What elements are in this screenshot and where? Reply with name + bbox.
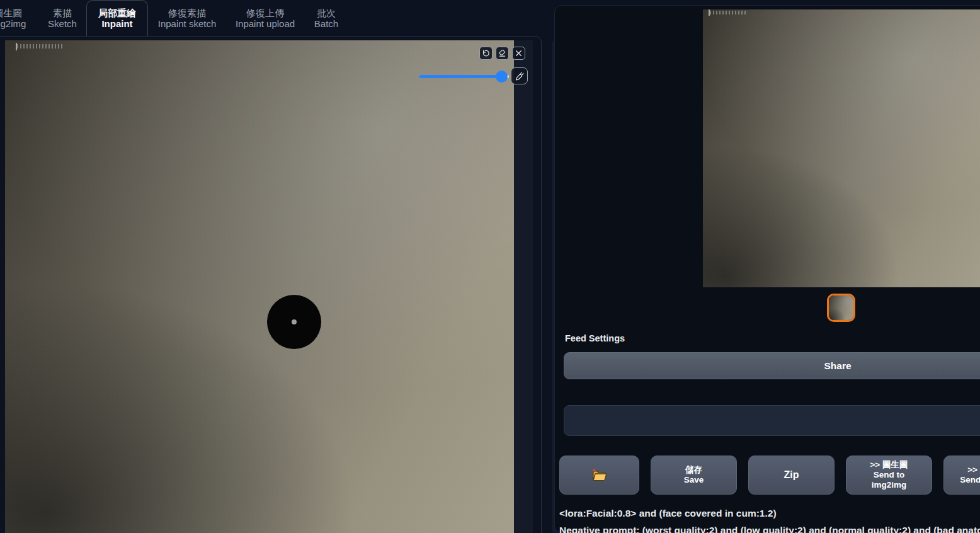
send-to-inpaint-button[interactable]: >> 局部重繪 Send to inpaint	[943, 456, 980, 495]
eraser-icon	[498, 49, 506, 57]
tab-label-en: img2img	[0, 18, 26, 29]
inpaint-canvas-area	[5, 40, 533, 533]
tab-label-en: Sketch	[48, 18, 77, 29]
send-img2img-label-zh: >> 圖生圖	[870, 460, 908, 470]
brush-size-slider-fill	[419, 75, 503, 78]
tab-sketch[interactable]: 素描 Sketch	[38, 0, 86, 36]
tab-label-en: Inpaint sketch	[158, 18, 217, 29]
tab-label-en: Inpaint	[101, 18, 132, 29]
send-to-img2img-button[interactable]: >> 圖生圖 Send to img2img	[846, 456, 932, 495]
feed-settings-label: Feed Settings	[565, 333, 625, 343]
close-icon[interactable]	[512, 47, 525, 60]
tab-label-zh: 圖生圖	[0, 8, 23, 18]
brush-cursor-dot	[292, 319, 297, 324]
save-button[interactable]: 儲存 Save	[651, 456, 737, 495]
generation-info-box	[564, 405, 980, 436]
brush-size-slider-handle[interactable]	[496, 71, 508, 83]
send-img2img-label-en: Send to img2img	[864, 470, 914, 490]
tab-label-zh: 批次	[317, 8, 336, 18]
tab-inpaint-upload[interactable]: 修復上傳 Inpaint upload	[226, 0, 304, 36]
share-button[interactable]: Share	[564, 352, 980, 379]
tab-label-en: Batch	[314, 18, 338, 29]
tab-inpaint-sketch[interactable]: 修復素描 Inpaint sketch	[148, 0, 226, 36]
tab-label-en: Inpaint upload	[236, 18, 295, 29]
gallery-thumbnail-selected[interactable]	[827, 294, 855, 322]
positive-prompt-text: <lora:Facial:0.8> and (face covered in c…	[559, 508, 777, 519]
tab-label-zh: 修復上傳	[246, 8, 284, 18]
close-x-icon	[515, 49, 523, 57]
save-label-zh: 儲存	[685, 465, 702, 475]
inpaint-mask-brush-mark	[267, 295, 321, 349]
eraser-button[interactable]	[496, 47, 509, 60]
undo-arrow-icon	[482, 49, 490, 57]
tab-img2img[interactable]: 圖生圖 img2img	[0, 0, 38, 36]
open-folder-icon	[592, 469, 607, 481]
negative-prompt-text: Negative prompt: (worst quality:2) and (…	[559, 525, 980, 533]
send-inpaint-label-zh: >> 局部重繪	[967, 465, 980, 475]
tab-label-zh: 修復素描	[168, 8, 206, 18]
image-watermark	[16, 43, 62, 50]
image-mode-tab-bar: 圖生圖 img2img 素描 Sketch 局部重繪 Inpaint 修復素描 …	[0, 0, 348, 36]
generated-result-image-placeholder[interactable]	[703, 9, 980, 287]
stable-diffusion-webui: { "tabs": { "items": [ { "zh": "圖生圖", "e…	[0, 0, 980, 533]
brush-icon	[515, 71, 525, 81]
thumbnail-image-placeholder	[829, 295, 853, 320]
inpaint-source-image-placeholder[interactable]	[5, 40, 514, 533]
open-folder-button[interactable]	[559, 456, 639, 495]
brush-size-adjust-button[interactable]	[511, 67, 528, 84]
image-watermark	[709, 9, 748, 16]
tab-label-zh: 素描	[53, 8, 72, 18]
undo-button[interactable]	[479, 47, 493, 60]
send-inpaint-label-en: Send to inpaint	[960, 475, 980, 485]
zip-button[interactable]: Zip	[748, 456, 835, 495]
save-label-en: Save	[684, 475, 704, 485]
tab-inpaint[interactable]: 局部重繪 Inpaint	[86, 0, 148, 36]
tab-label-zh: 局部重繪	[98, 8, 136, 18]
tab-batch[interactable]: 批次 Batch	[304, 0, 348, 36]
